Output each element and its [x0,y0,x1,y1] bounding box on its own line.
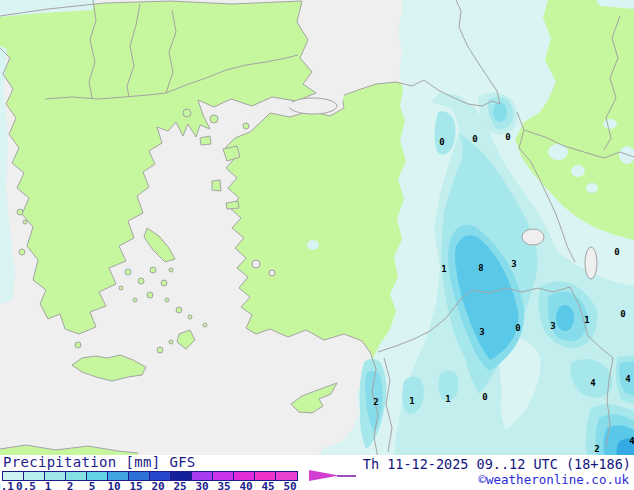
precip-value: 0 [439,137,444,147]
legend-arrow [309,470,361,483]
precip-value: 0 [505,132,510,142]
precip-value: 0 [482,392,487,402]
island-ionian [17,209,23,215]
island-ionian [19,249,25,255]
legend-scale-label: 1 [36,480,60,490]
precip-value: 2 [373,397,378,407]
precip-value: 4 [629,436,634,446]
precip-value: 1 [584,315,589,325]
island-cyclades [165,298,169,302]
precip-value: 3 [479,327,484,337]
legend-cell-25 [171,472,192,480]
precip-core5-b [556,305,574,331]
precip-value: 4 [590,378,596,388]
island-limnos [200,136,211,145]
legend-cell-5 [87,472,108,480]
weather-map: 00018303031021104424 [0,0,634,458]
legend-cell-45 [255,472,276,480]
precip-value: 1 [441,264,446,274]
precip-value: 0 [515,323,520,333]
legend-cell-30 [192,472,213,480]
island-thasos [183,109,191,117]
legend-scale-label: 2 [58,480,82,490]
island-cyclades [133,298,137,302]
legend-scale-label: 45 [256,480,280,490]
island-dodecanese [188,315,192,319]
lake-van [522,229,544,245]
weather-map-page: 00018303031021104424 Precipitation[mm]GF… [0,0,634,490]
island-imbros [243,123,249,129]
precip-value: 8 [478,263,483,273]
precip-value: 4 [625,374,631,384]
legend-scale-label: 0.5 [14,480,38,490]
island-dodecanese [203,323,207,327]
legend-cell-0.5 [24,472,45,480]
island-samos [226,201,239,209]
legend-scale-label: 20 [146,480,170,490]
legend-scale-label: 15 [124,480,148,490]
precip-value: 3 [511,259,516,269]
island-samothrace [210,115,218,123]
precip-spot [603,119,617,129]
legend-cell-15 [129,472,150,480]
legend-cell-2 [66,472,87,480]
legend-model: GFS [169,454,195,470]
legend-arrow-head [309,470,339,481]
legend-scale-label: 25 [168,480,192,490]
precip-spot [586,183,598,193]
sea-of-marmara [289,98,337,114]
legend-title-text: Precipitation [3,454,116,470]
legend-cell-0.1 [3,472,24,480]
legend-cell-10 [108,472,129,480]
island-ionian [23,220,27,224]
legend-cell-35 [213,472,234,480]
legend-scale-label: 35 [212,480,236,490]
island-cyclades [176,307,182,313]
lake-egirdir [252,260,260,268]
legend-scale-label: 40 [234,480,258,490]
precip-value: 0 [620,309,625,319]
island-chios [212,180,221,191]
legend-cell-20 [150,472,171,480]
precip-value: 0 [614,247,619,257]
island-karpathos [157,347,163,353]
precip-spot [571,165,585,177]
precip-core2-e [493,102,507,122]
island-cyclades [169,268,173,272]
precip-value: 0 [472,134,477,144]
legend-scale-label: 50 [278,480,302,490]
legend-cell-1 [45,472,66,480]
island-cyclades [147,292,153,298]
precip-value: 1 [445,394,450,404]
island-cyclades [150,267,156,273]
island-cyclades [161,280,167,286]
copyright: ©weatheronline.co.uk [478,472,629,487]
precip-value: 2 [594,444,599,454]
precip-value: 3 [550,321,555,331]
island-cyclades [138,278,144,284]
legend-cell-40 [234,472,255,480]
legend-unit: [mm] [125,454,160,470]
island-cyclades [119,286,123,290]
legend-scale-label: 30 [190,480,214,490]
island-cyclades [125,269,131,275]
legend-title: Precipitation[mm]GFS [3,454,196,470]
legend-bar: Precipitation[mm]GFS 0.10.51251015202530… [0,455,634,490]
forecast-datetime: Th 11-12-2025 09..12 UTC (18+186) [363,456,631,472]
lake-beysehir [269,270,275,276]
legend-scale-label: 10 [102,480,126,490]
precip-spot [307,240,319,250]
legend-cell-50 [276,472,297,480]
precip-value: 1 [409,396,414,406]
legend-scale-label: 5 [80,480,104,490]
island-karpathos [169,340,173,344]
lake-urmia [585,247,597,279]
island-kythera [75,342,81,348]
